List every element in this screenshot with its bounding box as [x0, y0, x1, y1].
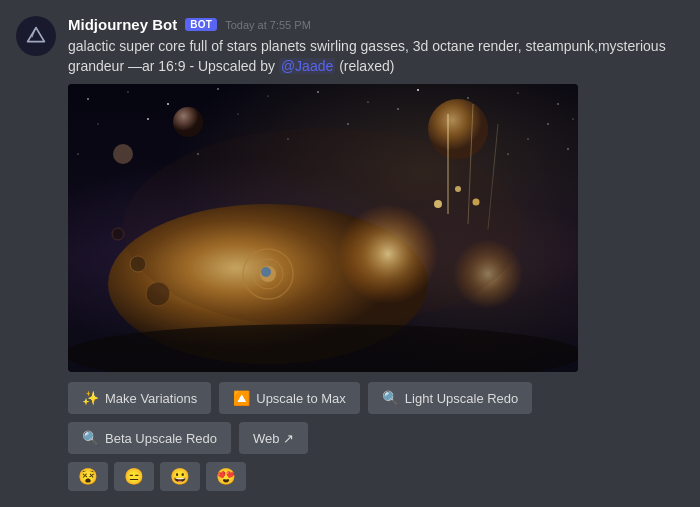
emoji-row: 😵 😑 😀 😍	[68, 462, 684, 491]
svg-point-5	[167, 103, 169, 105]
svg-point-17	[528, 139, 529, 140]
space-scene	[68, 84, 578, 372]
beta-upscale-redo-label: Beta Upscale Redo	[105, 431, 217, 446]
upscale-to-max-button[interactable]: 🔼 Upscale to Max	[219, 382, 360, 414]
svg-point-4	[127, 92, 128, 93]
svg-point-7	[268, 96, 269, 97]
svg-point-46	[507, 154, 508, 155]
svg-point-19	[77, 154, 78, 155]
svg-point-10	[417, 89, 419, 91]
neutral-emoji-icon: 😑	[124, 467, 144, 486]
svg-point-44	[288, 139, 289, 140]
svg-point-23	[173, 107, 203, 137]
prompt-suffix: (relaxed)	[335, 58, 394, 74]
svg-point-3	[87, 98, 89, 100]
svg-point-41	[112, 228, 124, 240]
message-body: Midjourney Bot BOT Today at 7:55 PM gala…	[68, 16, 684, 491]
heart-eyes-emoji-button[interactable]: 😍	[206, 462, 246, 491]
generated-image	[68, 84, 578, 372]
buttons-row-1: ✨ Make Variations 🔼 Upscale to Max 🔍 Lig…	[68, 382, 684, 414]
dizzy-emoji-button[interactable]: 😵	[68, 462, 108, 491]
svg-point-14	[98, 124, 99, 125]
message-container: Midjourney Bot BOT Today at 7:55 PM gala…	[0, 0, 700, 507]
svg-point-43	[197, 153, 198, 154]
svg-point-6	[217, 88, 218, 89]
wand-icon: ✨	[82, 390, 99, 406]
user-mention[interactable]: @Jaade	[279, 58, 335, 74]
svg-point-42	[123, 128, 523, 328]
svg-point-8	[317, 91, 319, 93]
svg-point-45	[347, 123, 349, 125]
bot-avatar	[16, 16, 56, 56]
buttons-row-2: 🔍 Beta Upscale Redo Web ↗	[68, 422, 684, 454]
beta-magnify-icon: 🔍	[82, 430, 99, 446]
magnify-icon: 🔍	[382, 390, 399, 406]
svg-point-18	[567, 148, 569, 150]
svg-point-12	[518, 93, 519, 94]
svg-point-15	[147, 118, 149, 120]
make-variations-button[interactable]: ✨ Make Variations	[68, 382, 211, 414]
bot-name: Midjourney Bot	[68, 16, 177, 33]
neutral-emoji-button[interactable]: 😑	[114, 462, 154, 491]
svg-point-16	[547, 123, 548, 124]
svg-point-21	[397, 108, 398, 109]
svg-point-13	[557, 103, 559, 105]
dizzy-emoji-icon: 😵	[78, 467, 98, 486]
upscale-icon: 🔼	[233, 390, 250, 406]
svg-point-0	[22, 22, 50, 50]
message-text: galactic super core full of stars planet…	[68, 37, 684, 76]
beta-upscale-redo-button[interactable]: 🔍 Beta Upscale Redo	[68, 422, 231, 454]
grin-emoji-icon: 😀	[170, 467, 190, 486]
bot-badge: BOT	[185, 18, 217, 31]
web-button[interactable]: Web ↗	[239, 422, 308, 454]
light-upscale-redo-button[interactable]: 🔍 Light Upscale Redo	[368, 382, 532, 414]
grin-emoji-button[interactable]: 😀	[160, 462, 200, 491]
svg-point-9	[367, 102, 368, 103]
message-header: Midjourney Bot BOT Today at 7:55 PM	[68, 16, 684, 33]
svg-point-11	[467, 97, 468, 98]
light-upscale-redo-label: Light Upscale Redo	[405, 391, 518, 406]
stars-layer	[68, 84, 578, 372]
heart-eyes-emoji-icon: 😍	[216, 467, 236, 486]
message-timestamp: Today at 7:55 PM	[225, 19, 311, 31]
upscale-to-max-label: Upscale to Max	[256, 391, 346, 406]
svg-point-20	[238, 114, 239, 115]
svg-point-24	[113, 144, 133, 164]
make-variations-label: Make Variations	[105, 391, 197, 406]
svg-point-47	[573, 119, 574, 120]
web-label: Web ↗	[253, 431, 294, 446]
